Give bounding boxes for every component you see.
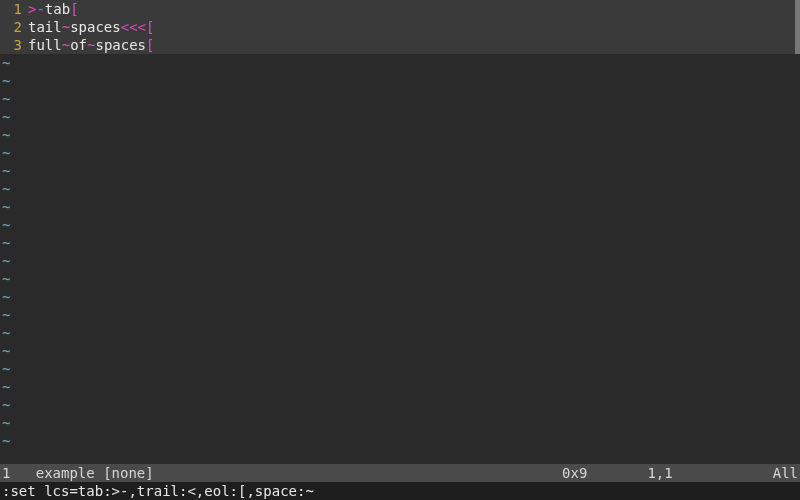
empty-line-marker: ~ (0, 144, 800, 162)
status-char-code: 0x9 (562, 464, 587, 482)
line-content[interactable]: tail~spaces<<<[ (28, 18, 800, 36)
listchar: <<<[ (121, 19, 155, 35)
empty-line-marker: ~ (0, 108, 800, 126)
empty-line-marker: ~ (0, 360, 800, 378)
empty-line-marker: ~ (0, 252, 800, 270)
line-content[interactable]: >-tab[ (28, 0, 800, 18)
listchar: ~ (62, 19, 70, 35)
text: spaces (70, 19, 121, 35)
listchar: ~ (62, 37, 70, 53)
listchar: [ (70, 1, 78, 17)
line-content[interactable]: full~of~spaces[ (28, 36, 800, 54)
text: of (70, 37, 87, 53)
empty-line-marker: ~ (0, 270, 800, 288)
empty-line-marker: ~ (0, 432, 800, 450)
line-number: 3 (0, 36, 28, 54)
status-file-info: 1 example [none] (2, 464, 154, 482)
empty-line-marker: ~ (0, 162, 800, 180)
empty-line-marker: ~ (0, 90, 800, 108)
listchar: [ (146, 37, 154, 53)
buffer-line[interactable]: 1>-tab[ (0, 0, 800, 18)
empty-line-marker: ~ (0, 324, 800, 342)
buffer-line[interactable]: 2tail~spaces<<<[ (0, 18, 800, 36)
empty-line-marker: ~ (0, 234, 800, 252)
text: spaces (95, 37, 146, 53)
empty-line-marker: ~ (0, 72, 800, 90)
empty-line-marker: ~ (0, 396, 800, 414)
empty-line-marker: ~ (0, 306, 800, 324)
status-cursor-pos: 1,1 (647, 464, 672, 482)
line-number: 2 (0, 18, 28, 36)
vim-editor: 1>-tab[2tail~spaces<<<[3full~of~spaces[ … (0, 0, 800, 500)
status-line: 1 example [none] 0x9 1,1 All (0, 464, 800, 482)
status-scroll-percent: All (773, 464, 798, 482)
buffer-line[interactable]: 3full~of~spaces[ (0, 36, 800, 54)
empty-line-marker: ~ (0, 54, 800, 72)
text-area: 1>-tab[2tail~spaces<<<[3full~of~spaces[ (0, 0, 800, 54)
empty-line-marker: ~ (0, 378, 800, 396)
text: full (28, 37, 62, 53)
empty-line-marker: ~ (0, 180, 800, 198)
empty-line-marker: ~ (0, 414, 800, 432)
empty-line-marker: ~ (0, 342, 800, 360)
text: tab (45, 1, 70, 17)
line-number: 1 (0, 0, 28, 18)
empty-line-marker: ~ (0, 198, 800, 216)
empty-line-marker: ~ (0, 288, 800, 306)
empty-line-marker: ~ (0, 216, 800, 234)
text: tail (28, 19, 62, 35)
scrollbar-thumb[interactable] (795, 0, 800, 54)
listchar: >- (28, 1, 45, 17)
text-buffer[interactable]: 1>-tab[2tail~spaces<<<[3full~of~spaces[ … (0, 0, 800, 464)
command-line-text: :set lcs=tab:>-,trail:<,eol:[,space:~ (2, 482, 314, 500)
command-line[interactable]: :set lcs=tab:>-,trail:<,eol:[,space:~ (0, 482, 800, 500)
empty-line-marker: ~ (0, 126, 800, 144)
